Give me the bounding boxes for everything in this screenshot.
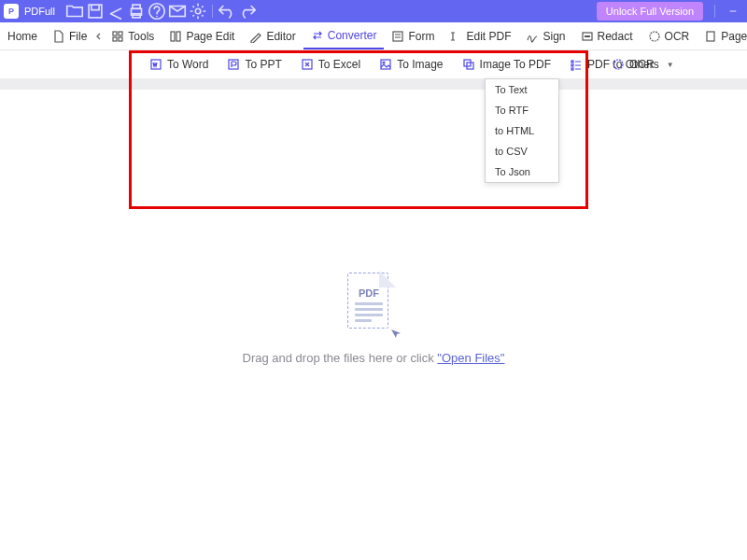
tab-label: Home: [7, 30, 37, 43]
image-icon: [379, 58, 392, 71]
tab-editor[interactable]: Editor: [242, 22, 303, 49]
edit-pdf-icon: [449, 30, 462, 43]
to-word-button[interactable]: To Word: [140, 50, 218, 78]
tab-edit-pdf[interactable]: Edit PDF: [442, 22, 518, 49]
svg-rect-10: [119, 37, 122, 41]
button-label: To Excel: [318, 58, 360, 71]
list-icon: [570, 58, 583, 71]
tab-redact[interactable]: Redact: [573, 22, 641, 49]
svg-rect-22: [381, 60, 390, 69]
menu-item-to-json[interactable]: To Json: [486, 161, 558, 182]
separator: [212, 5, 213, 18]
print-icon[interactable]: [126, 1, 147, 21]
svg-rect-2: [133, 5, 140, 8]
svg-rect-15: [585, 35, 590, 37]
svg-point-29: [613, 60, 623, 69]
menu-item-to-csv[interactable]: to CSV: [486, 141, 558, 161]
app-icon: P: [4, 4, 19, 19]
settings-icon[interactable]: [188, 1, 208, 21]
editor-icon: [249, 30, 262, 43]
button-label: OCR: [629, 58, 655, 71]
save-icon[interactable]: [85, 1, 106, 21]
menu-item-to-text[interactable]: To Text: [486, 79, 558, 100]
titlebar: P PDFull Unlock Full Version: [0, 0, 747, 22]
tab-label: Tools: [128, 30, 154, 43]
tab-tools[interactable]: Tools: [104, 22, 162, 49]
main-tabs: Home File Tools Page Edit Editor Convert…: [0, 22, 747, 50]
svg-rect-7: [113, 32, 117, 35]
tab-label: OCR: [665, 30, 690, 43]
to-image-button[interactable]: To Image: [370, 50, 452, 78]
tab-converter[interactable]: Converter: [303, 22, 385, 49]
tools-icon: [111, 30, 124, 43]
tab-home[interactable]: Home: [0, 22, 45, 49]
help-icon[interactable]: [147, 1, 167, 21]
redact-icon: [581, 30, 594, 43]
menu-item-to-rtf[interactable]: To RTF: [486, 100, 558, 120]
tab-label: Page Display: [721, 30, 747, 43]
tab-label: Page Edit: [186, 30, 234, 43]
drop-text: Drag and drop the files here or click: [243, 351, 438, 365]
converter-icon: [311, 29, 324, 42]
ppt-icon: [227, 58, 240, 71]
page-edit-icon: [169, 30, 182, 43]
share-icon[interactable]: [106, 1, 126, 21]
button-label: To PPT: [245, 58, 281, 71]
undo-icon[interactable]: [217, 1, 237, 21]
button-label: To Image: [397, 58, 443, 71]
svg-rect-12: [176, 32, 180, 41]
ocr-button[interactable]: OCR: [612, 50, 655, 78]
word-icon: [149, 58, 162, 71]
tab-form[interactable]: Form: [384, 22, 442, 49]
sign-icon: [526, 30, 539, 43]
open-folder-icon[interactable]: [64, 1, 85, 21]
drop-message: Drag and drop the files here or click "O…: [0, 351, 747, 365]
ocr-icon: [648, 30, 661, 43]
chevron-left-icon[interactable]: [94, 32, 104, 41]
page-display-icon: [704, 30, 717, 43]
tab-sign[interactable]: Sign: [518, 22, 572, 49]
app-name: PDFull: [24, 6, 55, 17]
svg-rect-26: [571, 61, 573, 63]
pdf-badge: PDF: [359, 287, 379, 299]
form-icon: [391, 30, 404, 43]
tab-label: Converter: [328, 29, 377, 42]
tab-label: Form: [408, 30, 434, 43]
ocr-icon: [612, 58, 625, 71]
tab-page-edit[interactable]: Page Edit: [162, 22, 242, 49]
drop-area[interactable]: PDF Drag and drop the files here or clic…: [0, 271, 747, 365]
image-to-pdf-button[interactable]: Image To PDF: [453, 50, 560, 78]
svg-point-16: [650, 32, 659, 41]
button-label: Image To PDF: [480, 58, 551, 71]
svg-rect-11: [171, 32, 175, 41]
image-to-pdf-icon: [462, 58, 475, 71]
svg-rect-17: [707, 32, 714, 41]
tab-page-display[interactable]: Page Display: [697, 22, 747, 49]
tab-label: Edit PDF: [466, 30, 511, 43]
menu-item-to-html[interactable]: to HTML: [486, 120, 558, 141]
pdf-thumbnail-icon: PDF: [345, 271, 402, 338]
minimize-button[interactable]: [719, 0, 747, 22]
button-label: To Word: [167, 58, 208, 71]
separator: [714, 5, 715, 18]
unlock-button[interactable]: Unlock Full Version: [597, 2, 703, 21]
redo-icon[interactable]: [237, 1, 258, 21]
file-icon: [52, 30, 65, 43]
svg-rect-13: [393, 32, 402, 41]
tab-label: Editor: [266, 30, 295, 43]
tab-file[interactable]: File: [45, 22, 94, 49]
excel-icon: [301, 58, 314, 71]
tab-strip-background: [0, 78, 747, 90]
converter-toolbar: To Word To PPT To Excel To Image Image T…: [0, 50, 747, 78]
to-ppt-button[interactable]: To PPT: [218, 50, 290, 78]
cursor-icon: [390, 327, 402, 338]
mail-icon[interactable]: [167, 1, 188, 21]
svg-rect-9: [113, 37, 117, 41]
svg-rect-27: [571, 64, 573, 66]
tab-ocr[interactable]: OCR: [641, 22, 698, 49]
svg-point-23: [383, 62, 385, 63]
dropdown-arrow-icon: ▼: [667, 61, 674, 69]
tab-label: File: [69, 30, 87, 43]
open-files-link[interactable]: "Open Files": [437, 351, 504, 365]
to-excel-button[interactable]: To Excel: [291, 50, 370, 78]
